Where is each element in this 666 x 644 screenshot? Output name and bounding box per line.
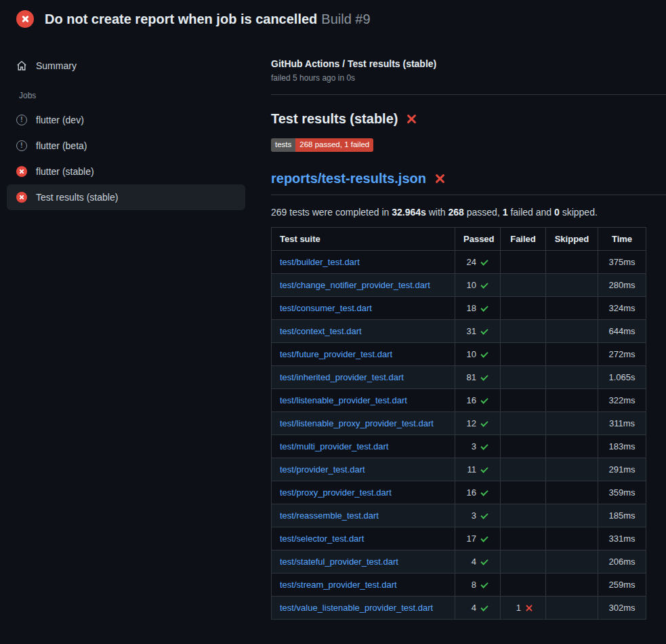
jobs-list: !flutter (dev)!flutter (beta)flutter (st…: [7, 107, 245, 210]
table-row: test/context_test.dart31644ms: [272, 319, 646, 342]
report-link[interactable]: reports/test-results.json: [271, 171, 426, 186]
report-title-row: reports/test-results.json: [271, 171, 666, 195]
neutral-icon: !: [16, 115, 27, 125]
table-header-row: Test suitePassedFailedSkippedTime: [272, 227, 646, 250]
passed-cell: 8: [455, 573, 501, 596]
run-status-text: failed 5 hours ago in 0s: [271, 73, 666, 83]
check-icon: [480, 557, 488, 565]
passed-cell: 31: [455, 319, 501, 342]
job-label: Test results (stable): [36, 192, 118, 203]
section-title-row: Test results (stable): [271, 111, 666, 127]
time-cell: 322ms: [598, 388, 646, 411]
suite-cell: test/reassemble_test.dart: [272, 504, 455, 527]
skipped-cell: [546, 342, 598, 365]
check-icon: [480, 396, 488, 403]
check-icon: [480, 419, 488, 426]
suite-link[interactable]: test/stream_provider_test.dart: [280, 580, 397, 590]
col-header-skipped: Skipped: [546, 227, 598, 250]
time-cell: 375ms: [598, 250, 646, 273]
failed-status-icon: [16, 10, 34, 28]
suite-link[interactable]: test/listenable_proxy_provider_test.dart: [280, 418, 434, 428]
sidebar-item-test-results-stable[interactable]: Test results (stable): [7, 184, 245, 210]
skipped-cell: [546, 365, 598, 388]
skipped-cell: [546, 250, 598, 273]
suite-link[interactable]: test/provider_test.dart: [280, 464, 365, 475]
build-number: Build #9: [321, 12, 370, 26]
passed-cell: 16: [455, 388, 501, 411]
sidebar-item-flutter-beta[interactable]: !flutter (beta): [7, 133, 245, 159]
suite-cell: test/proxy_provider_test.dart: [272, 481, 455, 504]
suite-cell: test/stream_provider_test.dart: [272, 573, 455, 596]
sidebar-item-flutter-stable[interactable]: flutter (stable): [7, 159, 245, 184]
failed-cell: [501, 296, 546, 319]
time-cell: 311ms: [598, 411, 646, 435]
suite-link[interactable]: test/builder_test.dart: [280, 257, 360, 267]
skipped-cell: [546, 435, 598, 458]
time-cell: 280ms: [598, 273, 646, 296]
x-icon: [525, 604, 533, 612]
check-icon: [480, 304, 488, 311]
build-title: Do not create report when job is cancell…: [45, 12, 317, 26]
table-row: test/value_listenable_provider_test.dart…: [272, 596, 646, 619]
time-cell: 206ms: [598, 550, 646, 573]
failed-cell: [501, 550, 546, 573]
suite-link[interactable]: test/change_notifier_provider_test.dart: [280, 280, 430, 290]
check-icon: [480, 258, 488, 265]
sidebar: Summary Jobs !flutter (dev)!flutter (bet…: [0, 38, 255, 210]
time-cell: 644ms: [598, 319, 646, 342]
suite-link[interactable]: test/proxy_provider_test.dart: [280, 487, 392, 498]
suite-cell: test/context_test.dart: [272, 319, 455, 342]
workflow-breadcrumb: GitHub Actions / Test results (stable): [271, 58, 666, 69]
table-row: test/inherited_provider_test.dart811.065…: [272, 365, 646, 388]
suite-link[interactable]: test/consumer_test.dart: [280, 303, 372, 313]
table-row: test/future_provider_test.dart10272ms: [272, 342, 646, 365]
suite-link[interactable]: test/listenable_provider_test.dart: [280, 395, 407, 405]
suite-link[interactable]: test/multi_provider_test.dart: [280, 441, 388, 451]
main-content: GitHub Actions / Test results (stable) f…: [255, 38, 666, 620]
check-icon: [480, 580, 488, 588]
summary-text: 269 tests were completed in 32.964s with…: [271, 207, 666, 218]
skipped-cell: [546, 596, 598, 619]
failed-icon: [16, 166, 27, 177]
passed-cell: 10: [455, 273, 501, 296]
skipped-cell: [546, 388, 598, 411]
suite-link[interactable]: test/reassemble_test.dart: [280, 510, 379, 521]
suite-cell: test/builder_test.dart: [272, 250, 455, 273]
col-header-test-suite: Test suite: [272, 227, 455, 250]
suite-cell: test/change_notifier_provider_test.dart: [272, 273, 455, 296]
sidebar-item-flutter-dev[interactable]: !flutter (dev): [7, 107, 245, 133]
time-cell: 259ms: [598, 573, 646, 596]
check-icon: [480, 603, 488, 611]
skipped-cell: [546, 319, 598, 342]
passed-cell: 11: [455, 458, 501, 481]
table-row: test/stateful_provider_test.dart4206ms: [272, 550, 646, 573]
section-title: Test results (stable): [271, 111, 398, 127]
suite-link[interactable]: test/selector_test.dart: [280, 534, 364, 544]
suite-link[interactable]: test/value_listenable_provider_test.dart: [280, 603, 433, 613]
suite-link[interactable]: test/context_test.dart: [280, 326, 362, 336]
failed-cell: [501, 342, 546, 365]
table-row: test/listenable_proxy_provider_test.dart…: [272, 411, 646, 435]
home-icon: [16, 60, 27, 71]
passed-cell: 12: [455, 411, 501, 435]
test-results-table: Test suitePassedFailedSkippedTime test/b…: [271, 227, 646, 620]
check-icon: [480, 281, 488, 288]
tests-badge: tests 268 passed, 1 failed: [271, 138, 373, 152]
suite-link[interactable]: test/inherited_provider_test.dart: [280, 372, 404, 382]
check-icon: [480, 373, 488, 380]
skipped-cell: [546, 504, 598, 527]
suite-link[interactable]: test/stateful_provider_test.dart: [280, 557, 398, 567]
suite-link[interactable]: test/future_provider_test.dart: [280, 349, 392, 359]
check-icon: [480, 327, 488, 334]
skipped-cell: [546, 273, 598, 296]
check-icon: [480, 465, 488, 472]
time-cell: 324ms: [598, 296, 646, 319]
job-label: flutter (beta): [36, 140, 87, 151]
sidebar-item-summary[interactable]: Summary: [7, 53, 245, 79]
col-header-failed: Failed: [501, 227, 546, 250]
suite-cell: test/value_listenable_provider_test.dart: [272, 596, 455, 619]
failed-cell: [501, 481, 546, 504]
failed-cell: [501, 435, 546, 458]
page-header: Do not create report when job is cancell…: [0, 0, 666, 38]
skipped-cell: [546, 458, 598, 481]
